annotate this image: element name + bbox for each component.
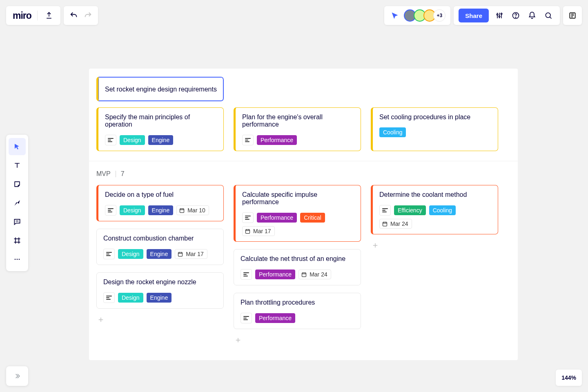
- tag-engine[interactable]: Engine: [147, 293, 172, 303]
- share-button[interactable]: Share: [459, 9, 489, 22]
- history-pill: [64, 6, 98, 25]
- left-toolbar: [6, 135, 28, 271]
- group-mvp: MVP 7 Decide on a type of fuel Design En…: [89, 161, 518, 360]
- svg-point-8: [17, 259, 18, 260]
- panel-toggle[interactable]: [563, 6, 582, 25]
- tag-performance[interactable]: Performance: [255, 270, 295, 279]
- svg-point-0: [497, 14, 498, 15]
- card[interactable]: Design the rocket engine nozzle Design E…: [96, 272, 224, 309]
- settings-icon[interactable]: [491, 6, 508, 25]
- avatar-more[interactable]: +3: [433, 9, 445, 22]
- divider: [37, 11, 38, 20]
- tag-design[interactable]: Design: [120, 205, 145, 215]
- tag-cooling[interactable]: Cooling: [429, 205, 456, 215]
- divider: [116, 171, 116, 177]
- card-title: Plan for the engine's overall performanc…: [242, 114, 354, 128]
- description-icon: [103, 249, 115, 259]
- tool-more[interactable]: [9, 251, 26, 268]
- tag-performance[interactable]: Performance: [257, 213, 297, 223]
- card[interactable]: Decide on a type of fuel Design Engine M…: [96, 185, 224, 221]
- tag-design[interactable]: Design: [120, 135, 145, 145]
- tag-performance[interactable]: Performance: [255, 313, 295, 323]
- bell-icon[interactable]: [524, 6, 540, 25]
- tag-design[interactable]: Design: [118, 293, 143, 303]
- card[interactable]: Calculate specific impulse performance P…: [234, 185, 361, 242]
- card[interactable]: Determine the coolant method Efficiency …: [371, 185, 498, 234]
- add-card[interactable]: [371, 242, 498, 249]
- svg-rect-11: [178, 252, 183, 256]
- date-chip[interactable]: Mar 17: [175, 249, 207, 259]
- brand-logo[interactable]: miro: [13, 10, 31, 21]
- description-icon: [105, 135, 116, 145]
- description-icon: [379, 205, 391, 216]
- cursor-follow-icon[interactable]: [389, 10, 401, 21]
- card[interactable]: Calculate the net thrust of an engine Pe…: [234, 249, 361, 285]
- card[interactable]: Plan throttling procedures Performance: [234, 293, 361, 329]
- card-title: Calculate the net thrust of an engine: [241, 255, 354, 263]
- tag-critical[interactable]: Critical: [300, 213, 325, 223]
- card[interactable]: Construct combustion chamber Design Engi…: [96, 229, 224, 265]
- search-icon[interactable]: [540, 6, 557, 25]
- description-icon: [241, 269, 252, 280]
- add-card[interactable]: [234, 336, 361, 344]
- svg-rect-12: [246, 229, 250, 233]
- card[interactable]: Set cooling procedures in place Cooling: [371, 107, 498, 151]
- tool-arrow[interactable]: [9, 194, 26, 212]
- date-text: Mar 10: [187, 207, 205, 214]
- svg-point-9: [19, 259, 20, 260]
- actions-pill: Share: [454, 6, 560, 25]
- card-title: Design the rocket engine nozzle: [103, 278, 217, 286]
- date-chip[interactable]: Mar 24: [379, 219, 412, 229]
- group-requirements: Set rocket engine design requirements Sp…: [89, 69, 518, 161]
- logo-pill: miro: [6, 6, 60, 25]
- svg-point-7: [15, 259, 16, 260]
- description-icon: [242, 212, 254, 223]
- help-icon[interactable]: [508, 6, 524, 25]
- undo-icon[interactable]: [68, 10, 80, 21]
- tag-engine[interactable]: Engine: [147, 249, 172, 259]
- card-title: Construct combustion chamber: [103, 235, 217, 242]
- description-icon: [103, 292, 115, 303]
- tool-select[interactable]: [9, 138, 26, 155]
- card-title: Determine the coolant method: [379, 191, 491, 198]
- tag-cooling[interactable]: Cooling: [379, 127, 406, 137]
- card-title: Calculate specific impulse performance: [242, 191, 354, 206]
- board[interactable]: Set rocket engine design requirements Sp…: [89, 69, 518, 360]
- avatars[interactable]: +3: [404, 9, 445, 22]
- card-title: Decide on a type of fuel: [105, 191, 217, 198]
- svg-rect-10: [180, 209, 184, 212]
- tag-engine[interactable]: Engine: [148, 135, 174, 145]
- tool-text[interactable]: [9, 157, 26, 174]
- date-text: Mar 24: [390, 220, 408, 227]
- card-title: Specify the main principles of operation: [105, 114, 217, 128]
- collapse-toolbar[interactable]: [6, 366, 28, 386]
- description-icon: [105, 205, 116, 216]
- tag-performance[interactable]: Performance: [257, 135, 297, 145]
- tool-sticky[interactable]: [9, 176, 26, 193]
- add-card[interactable]: [96, 316, 224, 323]
- tag-design[interactable]: Design: [118, 249, 143, 259]
- svg-point-4: [515, 17, 516, 18]
- card-title: Set rocket engine design requirements: [105, 86, 217, 93]
- group-name[interactable]: MVP: [96, 170, 111, 178]
- date-text: Mar 24: [310, 271, 327, 278]
- date-chip[interactable]: Mar 24: [298, 270, 331, 279]
- card[interactable]: Plan for the engine's overall performanc…: [234, 107, 361, 151]
- redo-icon[interactable]: [82, 10, 94, 21]
- zoom-level[interactable]: 144%: [556, 370, 582, 386]
- svg-rect-14: [383, 222, 387, 226]
- svg-point-2: [501, 13, 502, 14]
- date-text: Mar 17: [186, 251, 204, 257]
- card-title: Plan throttling procedures: [241, 299, 354, 306]
- card-title: Set cooling procedures in place: [379, 114, 491, 121]
- export-icon[interactable]: [43, 10, 55, 21]
- tool-comment[interactable]: [9, 213, 26, 230]
- card[interactable]: Specify the main principles of operation…: [96, 107, 224, 151]
- date-chip[interactable]: Mar 10: [176, 205, 209, 215]
- tag-efficiency[interactable]: Efficiency: [394, 205, 426, 215]
- date-chip[interactable]: Mar 17: [242, 226, 275, 236]
- tool-frame[interactable]: [9, 232, 26, 249]
- card-header[interactable]: Set rocket engine design requirements: [96, 77, 224, 101]
- tag-engine[interactable]: Engine: [148, 205, 174, 215]
- svg-point-5: [546, 13, 550, 18]
